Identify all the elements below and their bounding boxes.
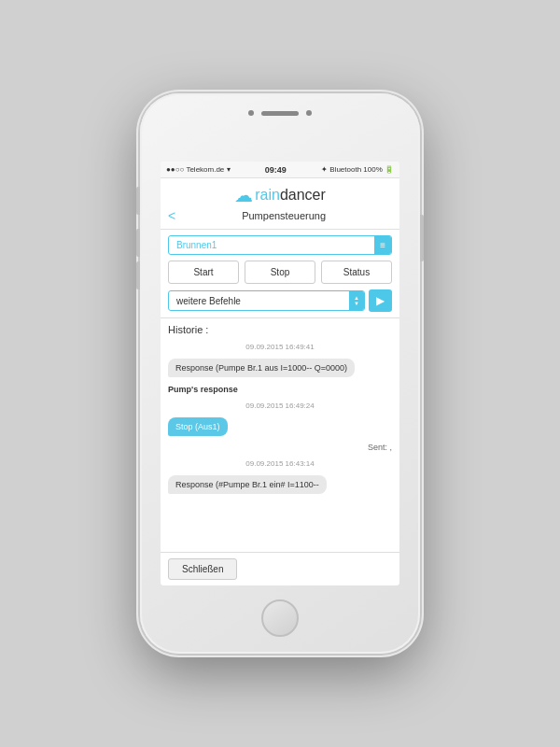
message-received-1: Response (Pumpe Br.1 aus I=1000-- Q=0000… [168,359,355,377]
app-header: ☁ rain dancer < Pumpensteuerung [161,178,399,230]
historie-title: Historie : [168,324,392,335]
stop-button[interactable]: Stop [245,261,315,284]
speaker-icon [261,111,299,116]
phone-device: ●●○○ Telekom.de ▾ 09:49 ✦ Bluetooth 100%… [140,93,420,654]
phone-screen: ●●○○ Telekom.de ▾ 09:49 ✦ Bluetooth 100%… [161,162,399,585]
start-button[interactable]: Start [168,261,239,284]
befehl-label: weitere Befehle [169,292,349,310]
phone-top-bar [248,110,312,116]
close-btn-row: Schließen [161,552,399,585]
status-carrier: ●●○○ Telekom.de ▾ [166,165,231,174]
controls-section: Brunnen1 ≡ Start Stop Status weitere Bef… [161,230,399,318]
message-sent-1: Stop (Aus1) [168,417,228,436]
logo-rain: rain [255,187,280,204]
befehl-row: weitere Befehle ▲ ▼ ▶ [168,289,392,312]
messages-container: 09.09.2015 16:49:41 Response (Pumpe Br.1… [168,341,392,494]
historie-section: Historie : 09.09.2015 16:49:41 Response … [161,318,399,552]
action-buttons: Start Stop Status [168,261,392,284]
timestamp-3: 09.09.2015 16:43:14 [168,459,392,468]
timestamp-1: 09.09.2015 16:49:41 [168,343,392,351]
sensor-icon [306,110,312,116]
logo: ☁ rain dancer [234,184,326,206]
brunnen-dropdown[interactable]: Brunnen1 ≡ [168,235,392,255]
timestamp-2: 09.09.2015 16:49:24 [168,402,392,410]
camera-icon [248,110,254,116]
pump-response-label: Pump's response [168,385,392,394]
status-time: 09:49 [265,165,287,175]
home-button[interactable] [261,599,299,637]
message-received-2: Response (#Pumpe Br.1 ein# I=1100-- [168,475,327,494]
back-button[interactable]: < [168,208,175,223]
sent-label: Sent: , [168,443,392,452]
nav-title: Pumpensteuerung [175,210,392,221]
befehl-dropdown[interactable]: weitere Befehle ▲ ▼ [168,290,365,311]
cloud-icon: ☁ [234,184,253,206]
app-content: Brunnen1 ≡ Start Stop Status weitere Bef… [161,230,399,585]
befehl-arrows-icon[interactable]: ▲ ▼ [349,291,364,310]
befehl-send-button[interactable]: ▶ [369,289,392,312]
nav-bar: < Pumpensteuerung [161,206,399,225]
brunnen-label: Brunnen1 [169,236,374,254]
status-button[interactable]: Status [321,261,392,284]
status-bar: ●●○○ Telekom.de ▾ 09:49 ✦ Bluetooth 100%… [161,162,399,178]
logo-dancer: dancer [280,187,326,204]
status-battery: ✦ Bluetooth 100% 🔋 [321,165,394,174]
close-button[interactable]: Schließen [168,558,237,580]
brunnen-arrow-icon[interactable]: ≡ [374,236,391,254]
